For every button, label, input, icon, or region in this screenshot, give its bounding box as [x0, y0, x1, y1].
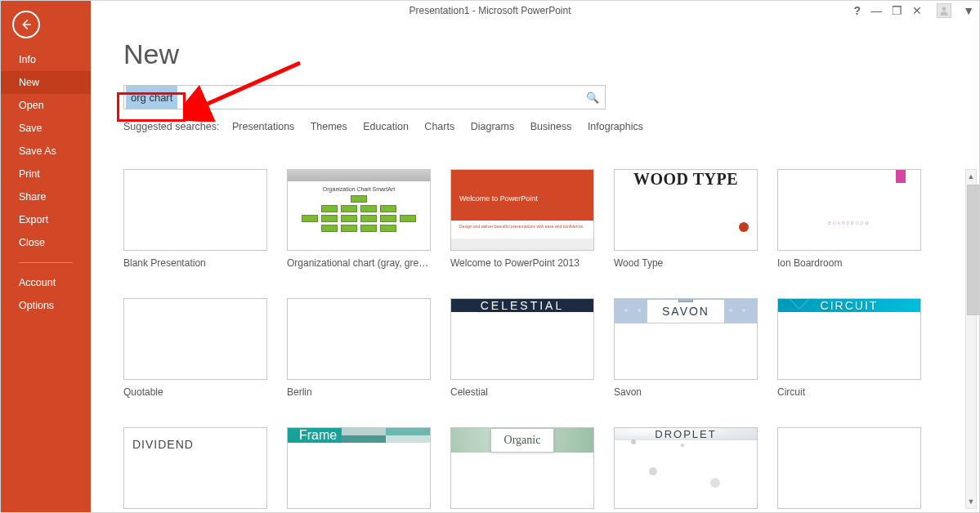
template-thumb: CELESTIAL [450, 298, 594, 380]
scroll-up-icon[interactable]: ▲ [966, 170, 976, 183]
sidebar-item-account[interactable]: Account [1, 271, 91, 294]
svg-point-0 [942, 7, 946, 11]
suggested-charts[interactable]: Charts [424, 121, 454, 132]
file-menu: Info New Open Save Save As Print Share E… [1, 48, 91, 317]
gallery-scrollbar[interactable]: ▲ ▼ [965, 169, 977, 509]
template-tile[interactable]: FrameFrame [287, 427, 431, 512]
close-button[interactable]: ✕ [912, 1, 922, 20]
template-tile[interactable]: CELESTIALCelestial [450, 298, 594, 398]
suggested-infographics[interactable]: Infographics [588, 121, 643, 132]
template-thumb: DIVIDEND [123, 427, 267, 509]
suggested-education[interactable]: Education [363, 121, 409, 132]
template-tile[interactable]: MAIN EVENTMain Event [777, 427, 921, 512]
template-tile[interactable]: WOOD TYPEWood Type [614, 169, 758, 269]
template-thumb: WOOD TYPE [614, 169, 758, 251]
sidebar-item-export[interactable]: Export [1, 208, 91, 231]
template-thumb: Berlin [287, 298, 431, 380]
sidebar-item-new[interactable]: New [1, 71, 91, 94]
search-icon: 🔍 [586, 91, 599, 104]
template-name: Blank Presentation [123, 257, 267, 269]
template-tile[interactable]: Organization Chart SmartArtOrganizationa… [287, 169, 431, 269]
template-tile[interactable]: BerlinBerlin [287, 298, 431, 398]
template-thumb: Welcome to PowerPointDesign and deliver … [450, 169, 594, 251]
template-thumb: Organization Chart SmartArt [287, 169, 431, 251]
suggested-searches: Suggested searches: Presentations Themes… [123, 121, 979, 132]
suggested-business[interactable]: Business [530, 121, 572, 132]
account-caret-icon[interactable]: ▼ [963, 1, 974, 20]
suggested-diagrams[interactable]: Diagrams [471, 121, 515, 132]
sidebar-item-close[interactable]: Close [1, 231, 91, 254]
account-avatar[interactable] [937, 3, 951, 18]
search-button[interactable]: 🔍 [580, 86, 605, 109]
template-tile[interactable]: Welcome to PowerPointDesign and deliver … [450, 169, 594, 269]
sidebar-item-print[interactable]: Print [1, 163, 91, 185]
sidebar-item-share[interactable]: Share [1, 185, 91, 208]
search-input[interactable] [124, 86, 580, 109]
restore-button[interactable]: ❐ [892, 1, 902, 20]
template-tile[interactable]: OrganicOrganic [450, 427, 594, 512]
main-content: New 🔍 Suggested searches: Presentations … [91, 20, 979, 512]
template-thumb: SAVON [614, 298, 758, 380]
template-tile[interactable]: Blank Presentation [123, 169, 267, 269]
template-name: Berlin [287, 386, 431, 398]
template-thumb: Organic [450, 427, 594, 509]
page-title: New [123, 38, 979, 70]
title-bar: Presentation1 - Microsoft PowerPoint ? —… [1, 1, 979, 20]
minimize-button[interactable]: — [870, 1, 882, 20]
scrollbar-thumb[interactable] [967, 185, 979, 315]
template-name: Welcome to PowerPoint 2013 [450, 257, 594, 269]
template-name: Wood Type [614, 257, 758, 269]
template-thumb: CIRCUIT [777, 298, 921, 380]
template-tile[interactable]: DIVIDENDDividend [123, 427, 267, 512]
backstage-sidebar: Info New Open Save Save As Print Share E… [1, 1, 91, 512]
search-box[interactable]: 🔍 [123, 85, 606, 109]
arrow-left-icon [19, 17, 34, 32]
template-thumb: IONBOARDROOM [777, 169, 921, 251]
template-tile[interactable]: DROPLETDroplet [614, 427, 758, 512]
sidebar-item-save[interactable]: Save [1, 117, 91, 140]
sidebar-separator [19, 262, 73, 263]
window-title: Presentation1 - Microsoft PowerPoint [1, 1, 979, 20]
template-tile[interactable]: IONBOARDROOMIon Boardroom [777, 169, 921, 269]
suggested-themes[interactable]: Themes [311, 121, 347, 132]
template-name: Quotable [123, 386, 267, 398]
suggested-presentations[interactable]: Presentations [232, 121, 294, 132]
template-name: Savon [614, 386, 758, 398]
template-tile[interactable]: CIRCUITCircuit [777, 298, 921, 398]
sidebar-item-options[interactable]: Options [1, 294, 91, 317]
template-name: Ion Boardroom [777, 257, 921, 269]
sidebar-item-open[interactable]: Open [1, 94, 91, 117]
scroll-down-icon[interactable]: ▼ [966, 495, 976, 508]
window-controls: ? — ❐ ✕ ▼ [854, 1, 974, 20]
template-thumb: DROPLET [614, 427, 758, 509]
person-icon [938, 5, 950, 16]
sidebar-item-info[interactable]: Info [1, 48, 91, 71]
template-name: Organizational chart (gray, green… [287, 257, 431, 269]
template-thumb: Frame [287, 427, 431, 509]
template-gallery: Blank PresentationOrganization Chart Sma… [123, 169, 960, 512]
template-tile[interactable]: QuotableQuotable [123, 298, 267, 398]
template-thumb: Quotable [123, 298, 267, 380]
template-name: Celestial [450, 386, 594, 398]
template-thumb: MAIN EVENT [777, 427, 921, 509]
sidebar-item-save-as[interactable]: Save As [1, 140, 91, 163]
help-icon[interactable]: ? [854, 1, 861, 20]
template-tile[interactable]: SAVONSavon [614, 298, 758, 398]
template-thumb [123, 169, 267, 251]
template-name: Circuit [777, 386, 921, 398]
suggested-label: Suggested searches: [123, 121, 219, 132]
back-button[interactable] [12, 11, 40, 38]
